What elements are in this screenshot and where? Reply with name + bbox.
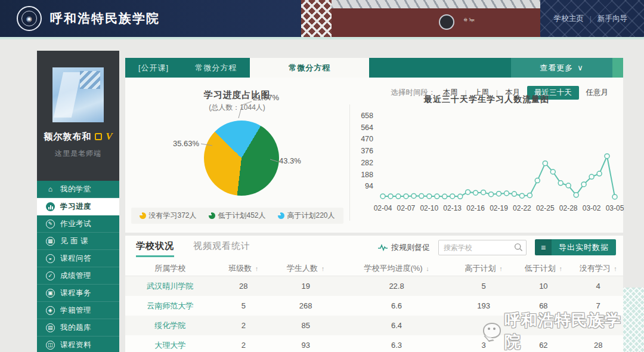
chevron-down-icon: ∨ [577,63,584,72]
column-label: 没有学习 [580,264,611,273]
sidebar-item-label: 我的学堂 [60,184,91,194]
top-header: ᠬᠦ᠋ ◉ 呼和浩特民族学院 学校主页 | 新手向导 [0,0,644,37]
sidebar-item-label: 见 面 课 [60,236,88,246]
table-cell: 6.6 [339,301,454,310]
pie-label-no-study: 35.63% [159,139,199,148]
sidebar-item-course-qa[interactable]: ◒课程问答 [37,250,119,267]
line-chart-block: 最近三十天学生学习人数流量图 65856447037628218894 02-0… [352,94,621,230]
sort-arrow-icon: ↑ [321,265,325,272]
table-controls: 按规则督促 ≡ 导出实时数据 [378,239,616,255]
sidebar-item-question-bank[interactable]: ▤我的题库 [37,319,119,336]
verified-v-badge: V [106,131,112,143]
school-link[interactable]: 武汉晴川学院 [147,282,193,291]
column-header-1[interactable]: 班级数 ↑ [215,263,272,274]
profile-card: 额尔敦布和 V 这里是老师端 [37,51,119,181]
header-link-divider: | [590,15,592,23]
course-tab-1[interactable]: 常微分方程 [182,58,250,78]
table-cell: 93 [272,341,339,350]
table-cell: 7 [573,301,623,310]
column-header-2[interactable]: 学生人数 ↑ [272,263,339,274]
school-link[interactable]: 大理大学 [154,341,185,350]
legend-pie-icon [139,212,145,219]
profile-name: 额尔敦布和 [44,131,91,143]
screen-icon: ▦ [46,237,55,246]
x-axis-ticks: 02-0402-0702-1002-1302-1602-1902-2202-25… [378,204,620,214]
line-plot-area: 65856447037628218894 02-0402-0702-1002-1… [352,109,621,223]
link-school-home[interactable]: 学校主页 [554,14,584,24]
sort-arrow-icon: ↑ [614,265,617,272]
column-header-6[interactable]: 没有学习 ↑ [573,263,623,274]
school-table-card: 学校状况 视频观看统计 按规则督促 ≡ 导出实时数据 [125,236,623,352]
view-more-button[interactable]: 查看更多 ∨ [511,58,612,78]
pie-chart-title: 学习进度占比图 [125,89,349,101]
table-cell: 28 [215,282,272,291]
sidebar-item-grade-mgmt[interactable]: ✓成绩管理 [37,267,119,285]
home-icon: ⌂ [46,185,55,194]
corner-pattern-decoration [623,288,644,352]
x-tick: 03-05 [606,204,624,212]
legend-item-2[interactable]: 高于计划220人 [278,211,335,221]
pencil-icon: ✎ [46,220,55,229]
line-chart-title: 最近三十天学生学习人数流量图 [352,94,621,105]
list-icon: ≡ [535,239,552,255]
legend-item-1[interactable]: 低于计划452人 [208,211,265,221]
table-cell: 68 [513,301,573,310]
search-input[interactable] [438,240,527,255]
tabbar-spacer [369,58,511,78]
column-label: 高于计划 [465,264,496,273]
charts-card: 选择时间段： 本周|上周|本月最近三十天任意月 学习进度占比图 (总人数：104… [125,78,623,233]
profile-subtitle: 这里是老师端 [37,149,119,159]
y-tick: 188 [352,171,373,179]
table-cell: 10 [513,282,573,291]
y-tick: 94 [352,182,373,190]
sidebar-item-learn-progress[interactable]: 学习进度 [37,198,119,215]
layers-icon: ▣ [46,289,55,298]
sidebar-item-course-affairs[interactable]: ▣课程事务 [37,285,119,302]
supervise-by-rule-button[interactable]: 按规则督促 [378,242,430,253]
link-newbie-guide[interactable]: 新手向导 [597,14,627,24]
x-tick: 02-04 [374,204,392,212]
table-cell: 62 [513,341,573,350]
school-link[interactable]: 云南师范大学 [147,301,193,310]
sidebar-item-student-status[interactable]: ◈学籍管理 [37,302,119,319]
y-tick: 564 [352,123,373,132]
avatar[interactable] [52,67,104,122]
legend-label: 高于计划220人 [287,211,335,221]
progress-chart-icon [46,202,55,211]
sidebar-item-course-material[interactable]: ◫课程资料 [37,336,119,352]
x-tick: 02-28 [559,204,578,212]
school-link[interactable]: 绥化学院 [154,321,185,330]
table-body: 武汉晴川学院281922.85104云南师范大学52686.6193687绥化学… [125,276,623,352]
legend-item-0[interactable]: 没有学习372人 [139,211,196,221]
export-realtime-data-button[interactable]: ≡ 导出实时数据 [535,239,616,255]
tab-school-status[interactable]: 学校状况 [136,240,174,257]
column-label: 学校平均进度(%) [364,264,422,273]
check-icon: ✓ [46,271,55,280]
sidebar-item-label: 成绩管理 [60,271,91,281]
column-header-3[interactable]: 学校平均进度(%) ↓ [339,263,454,274]
y-tick: 470 [352,135,373,143]
sidebar-item-meeting-class[interactable]: ▦见 面 课 [37,233,119,250]
chat-bubble-icon: ◒ [46,254,55,263]
column-label: 班级数 [228,264,252,273]
pie-legend: 没有学习372人低于计划452人高于计划220人 [131,208,343,224]
course-tab-2[interactable]: 常微分方程 [250,58,369,78]
page: ᠬᠦ᠋ ◉ 呼和浩特民族学院 学校主页 | 新手向导 额尔敦布和 V 这里是老师… [0,0,644,352]
school-name-title: 呼和浩特民族学院 [50,10,160,27]
search-icon [514,243,523,252]
table-cell: 6.4 [339,321,454,330]
column-header-0: 所属学校 [125,263,215,274]
column-header-5[interactable]: 低于计划 ↑ [513,263,573,274]
cards-icon: ▤ [46,323,55,332]
x-tick: 02-13 [443,204,462,212]
sidebar-item-my-classroom[interactable]: ⌂我的学堂 [37,181,119,198]
column-header-4[interactable]: 高于计划 ↑ [454,263,513,274]
legend-label: 没有学习372人 [148,211,196,221]
table-header-row: 所属学校班级数 ↑学生人数 ↑学校平均进度(%) ↓高于计划 ↑低于计划 ↑没有… [125,261,623,276]
sidebar-item-homework-exam[interactable]: ✎作业考试 [37,215,119,233]
tab-video-stats[interactable]: 视频观看统计 [193,240,250,252]
school-logo: ◉ [17,6,42,31]
x-tick: 02-16 [466,204,485,212]
course-tab-0[interactable]: [公开课] [125,58,182,78]
document-icon: ◫ [46,341,55,350]
